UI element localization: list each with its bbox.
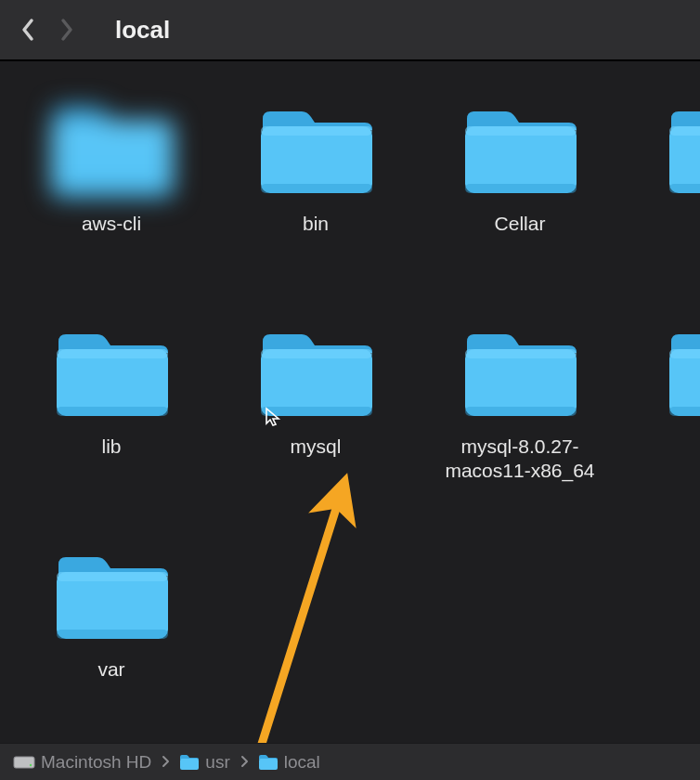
path-separator-icon (240, 752, 249, 773)
svg-point-29 (30, 763, 32, 765)
svg-rect-17 (261, 407, 372, 416)
folder-item-Cellar[interactable]: Cellar (427, 98, 613, 284)
svg-rect-30 (180, 759, 199, 770)
folder-icon (51, 321, 172, 422)
folder-icon (460, 98, 580, 199)
svg-rect-12 (57, 349, 168, 416)
path-segment-label: local (284, 752, 320, 773)
svg-rect-15 (261, 349, 372, 416)
svg-rect-3 (261, 126, 372, 193)
folder-label: var (97, 657, 124, 682)
svg-rect-14 (57, 407, 168, 416)
path-segment-usr[interactable]: usr (179, 752, 229, 773)
folder-item-bin[interactable]: bin (223, 98, 408, 284)
folder-grid: aws-cli bin Cellar lib mysql mysql-8.0.2… (19, 98, 681, 730)
svg-rect-18 (465, 349, 577, 416)
svg-rect-13 (57, 349, 168, 358)
folder-item-mysql-8.0.27-macos11-x86_64[interactable]: mysql-8.0.27-macos11-x86_64 (427, 321, 613, 507)
svg-rect-0 (51, 124, 174, 197)
folder-label: lib (101, 435, 121, 459)
path-separator-icon (161, 752, 170, 773)
folder-mini-icon (179, 754, 200, 771)
svg-rect-23 (669, 407, 700, 416)
harddrive-icon (13, 754, 35, 771)
svg-rect-25 (57, 572, 168, 581)
folder-label: Cellar (495, 212, 546, 236)
path-segment-macintosh-hd[interactable]: Macintosh HD (13, 752, 151, 773)
folder-label: mysql (291, 435, 342, 459)
content-area: aws-cli bin Cellar lib mysql mysql-8.0.2… (0, 61, 700, 743)
folder-icon (664, 321, 700, 422)
path-segment-label: Macintosh HD (41, 752, 151, 773)
folder-icon (255, 98, 376, 199)
svg-rect-24 (57, 572, 168, 639)
svg-rect-7 (465, 126, 577, 136)
folder-icon (51, 544, 172, 644)
folder-icon (664, 98, 700, 199)
folder-label: mysql-8.0.27-macos11-x86_64 (436, 435, 603, 484)
folder-icon (51, 98, 172, 199)
folder-item-partial-3[interactable] (631, 98, 700, 284)
folder-label: bin (303, 212, 329, 236)
svg-rect-31 (259, 759, 278, 770)
svg-rect-8 (465, 184, 577, 193)
forward-button[interactable] (56, 19, 78, 41)
svg-rect-28 (14, 757, 34, 768)
path-segment-label: usr (205, 752, 229, 773)
svg-rect-11 (669, 184, 700, 193)
svg-rect-4 (261, 126, 372, 136)
svg-rect-10 (669, 126, 700, 136)
folder-item-var[interactable]: var (19, 544, 204, 730)
back-button[interactable] (17, 19, 39, 41)
folder-mini-icon (258, 754, 279, 771)
svg-rect-26 (57, 630, 168, 639)
svg-rect-9 (669, 126, 700, 193)
svg-rect-16 (261, 349, 372, 358)
svg-rect-19 (465, 349, 577, 358)
folder-label: aws-cli (82, 212, 141, 236)
path-segment-local[interactable]: local (258, 752, 320, 773)
svg-rect-2 (51, 187, 174, 197)
svg-rect-20 (465, 407, 577, 416)
svg-rect-21 (669, 349, 700, 416)
toolbar: local (0, 0, 700, 61)
folder-item-aws-cli[interactable]: aws-cli (19, 98, 204, 284)
chevron-left-icon (19, 17, 36, 43)
pathbar: Macintosh HD usr local (0, 743, 700, 780)
chevron-right-icon (58, 17, 75, 43)
svg-rect-6 (465, 126, 577, 193)
window-title: local (115, 16, 170, 45)
folder-icon (460, 321, 580, 422)
svg-rect-1 (51, 124, 174, 134)
folder-icon (255, 321, 376, 422)
svg-rect-22 (669, 349, 700, 358)
svg-rect-5 (261, 184, 372, 193)
folder-item-lib[interactable]: lib (19, 321, 204, 507)
folder-item-partial-7[interactable] (631, 321, 700, 507)
folder-item-mysql[interactable]: mysql (223, 321, 408, 507)
